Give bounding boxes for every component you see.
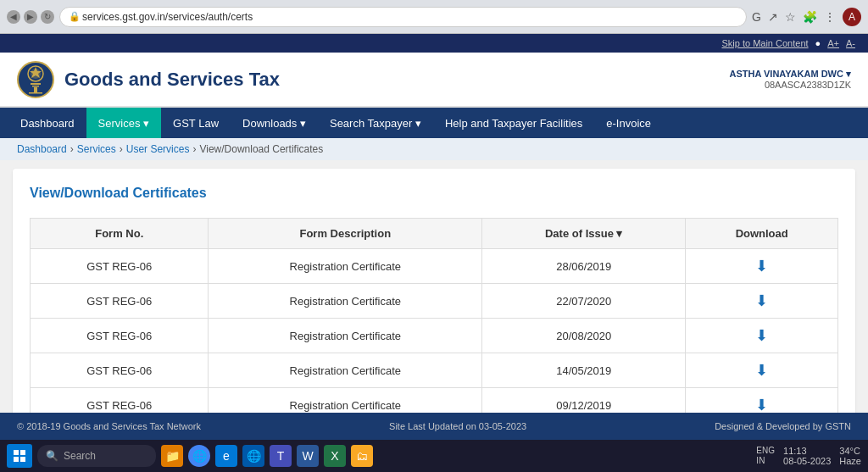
taskbar-word-icon[interactable]: W xyxy=(297,445,319,467)
share-icon[interactable]: ↗ xyxy=(768,10,778,24)
svg-rect-5 xyxy=(34,87,37,92)
download-button[interactable]: ⬇ xyxy=(755,258,768,275)
extensions-icon[interactable]: 🧩 xyxy=(803,10,817,24)
cell-form-no: GST REG-06 xyxy=(31,284,209,319)
browser-chrome: ◀ ▶ ↻ 🔒 services.gst.gov.in/services/aut… xyxy=(0,0,868,34)
table-header-row: Form No. Form Description Date of Issue … xyxy=(31,219,838,249)
cell-download[interactable]: ⬇ xyxy=(686,284,838,319)
cell-description: Registration Certificate xyxy=(209,284,482,319)
breadcrumb-sep-2: › xyxy=(120,143,123,155)
contrast-icon[interactable]: ● xyxy=(815,38,821,48)
footer-designed-by: Designed & Developed by GSTN xyxy=(715,421,851,431)
breadcrumb-user-services[interactable]: User Services xyxy=(126,143,190,155)
col-date[interactable]: Date of Issue ▾ xyxy=(482,219,686,249)
download-button[interactable]: ⬇ xyxy=(755,362,768,379)
cell-date: 22/07/2020 xyxy=(482,284,686,319)
accessibility-bar: Skip to Main Content ● A+ A- xyxy=(0,34,868,53)
back-button[interactable]: ◀ xyxy=(7,10,20,24)
svg-rect-3 xyxy=(31,83,41,85)
browser-nav-buttons[interactable]: ◀ ▶ ↻ xyxy=(7,10,54,24)
certificates-table: Form No. Form Description Date of Issue … xyxy=(30,218,838,423)
user-gstin: 08AASCA2383D1ZK xyxy=(729,80,851,90)
table-row: GST REG-06 Registration Certificate 22/0… xyxy=(31,284,838,319)
svg-rect-9 xyxy=(14,457,19,462)
search-icon: 🔍 xyxy=(46,450,58,462)
font-increase[interactable]: A+ xyxy=(827,38,839,48)
nav-search-taxpayer[interactable]: Search Taxpayer ▾ xyxy=(318,108,433,138)
taskbar-chrome-icon[interactable]: 🌐 xyxy=(188,445,210,467)
cell-download[interactable]: ⬇ xyxy=(686,353,838,388)
taskbar-excel-icon[interactable]: X xyxy=(324,445,346,467)
svg-rect-8 xyxy=(20,450,25,455)
svg-rect-6 xyxy=(29,92,42,94)
taskbar-search-box[interactable]: 🔍 Search xyxy=(37,445,156,467)
svg-rect-4 xyxy=(32,86,39,87)
site-footer: © 2018-19 Goods and Services Tax Network… xyxy=(0,413,868,440)
nav-bar: Dashboard Services ▾ GST Law Downloads ▾… xyxy=(0,108,868,138)
cell-form-no: GST REG-06 xyxy=(31,319,209,353)
forward-button[interactable]: ▶ xyxy=(24,10,37,24)
taskbar-app-icons[interactable]: 📁 🌐 e 🌐 T W X 🗂 xyxy=(161,445,373,467)
start-button[interactable] xyxy=(7,444,32,468)
table-row: GST REG-06 Registration Certificate 20/0… xyxy=(31,319,838,353)
breadcrumb-sep-1: › xyxy=(70,143,74,155)
nav-einvoice[interactable]: e-Invoice xyxy=(594,108,663,138)
address-bar[interactable]: 🔒 services.gst.gov.in/services/auth/cert… xyxy=(59,7,747,27)
browser-icons: G ↗ ☆ 🧩 ⋮ A xyxy=(752,8,861,26)
footer-last-updated: Site Last Updated on 03-05-2023 xyxy=(389,421,526,431)
nav-help[interactable]: Help and Taxpayer Facilities xyxy=(433,108,594,138)
download-button[interactable]: ⬇ xyxy=(755,327,768,344)
breadcrumb-current: View/Download Certificates xyxy=(199,143,323,155)
col-form-no: Form No. xyxy=(31,219,209,249)
taskbar-date: 08-05-2023 xyxy=(783,456,831,466)
taskbar-explorer-icon[interactable]: 🗂 xyxy=(351,445,373,467)
table-row: GST REG-06 Registration Certificate 14/0… xyxy=(31,353,838,388)
url-text: services.gst.gov.in/services/auth/certs xyxy=(82,11,253,23)
cell-form-no: GST REG-06 xyxy=(31,249,209,284)
font-decrease[interactable]: A- xyxy=(846,38,855,48)
breadcrumb-services[interactable]: Services xyxy=(77,143,116,155)
site-header: Goods and Services Tax ASTHA VINAYAKAM D… xyxy=(0,53,868,108)
table-row: GST REG-06 Registration Certificate 28/0… xyxy=(31,249,838,284)
taskbar-language: ENGIN xyxy=(756,446,775,466)
taskbar-file-manager[interactable]: 📁 xyxy=(161,445,183,467)
download-button[interactable]: ⬇ xyxy=(755,292,768,309)
download-button[interactable]: ⬇ xyxy=(755,397,768,414)
cell-date: 14/05/2019 xyxy=(482,353,686,388)
user-info: ASTHA VINAYAKAM DWC ▾ 08AASCA2383D1ZK xyxy=(729,69,851,90)
taskbar-ie-icon[interactable]: e xyxy=(215,445,237,467)
col-download: Download xyxy=(686,219,838,249)
svg-rect-10 xyxy=(20,457,25,462)
skip-main-content[interactable]: Skip to Main Content xyxy=(721,38,808,48)
logo-area: Goods and Services Tax xyxy=(17,61,280,98)
taskbar-search-label: Search xyxy=(64,450,96,462)
taskbar: 🔍 Search 📁 🌐 e 🌐 T W X 🗂 ENGIN 11:13 08-… xyxy=(0,440,868,472)
taskbar-time-date: 11:13 08-05-2023 xyxy=(783,446,831,466)
user-name[interactable]: ASTHA VINAYAKAM DWC ▾ xyxy=(729,69,851,80)
taskbar-time: 11:13 xyxy=(783,446,831,456)
cell-form-no: GST REG-06 xyxy=(31,353,209,388)
refresh-button[interactable]: ↻ xyxy=(41,10,54,24)
taskbar-edge-icon[interactable]: 🌐 xyxy=(242,445,264,467)
star-icon[interactable]: ☆ xyxy=(785,10,796,24)
nav-dashboard[interactable]: Dashboard xyxy=(8,108,86,138)
footer-copyright: © 2018-19 Goods and Services Tax Network xyxy=(17,421,201,431)
cell-date: 20/08/2020 xyxy=(482,319,686,353)
page-title: View/Download Certificates xyxy=(30,186,838,201)
profile-icon[interactable]: A xyxy=(843,8,861,26)
col-description: Form Description xyxy=(209,219,482,249)
google-icon[interactable]: G xyxy=(752,10,761,24)
menu-icon[interactable]: ⋮ xyxy=(824,10,836,24)
nav-downloads[interactable]: Downloads ▾ xyxy=(231,108,318,138)
nav-services[interactable]: Services ▾ xyxy=(86,108,161,138)
taskbar-right: ENGIN 11:13 08-05-2023 34°C Haze xyxy=(756,446,861,466)
taskbar-weather-temp: 34°C Haze xyxy=(839,446,861,466)
cell-download[interactable]: ⬇ xyxy=(686,319,838,353)
taskbar-teams-icon[interactable]: T xyxy=(270,445,292,467)
cell-download[interactable]: ⬇ xyxy=(686,249,838,284)
nav-gst-law[interactable]: GST Law xyxy=(161,108,231,138)
lock-icon: 🔒 xyxy=(69,11,81,22)
breadcrumb-dashboard[interactable]: Dashboard xyxy=(17,143,67,155)
cell-description: Registration Certificate xyxy=(209,353,482,388)
site-title: Goods and Services Tax xyxy=(64,69,280,91)
